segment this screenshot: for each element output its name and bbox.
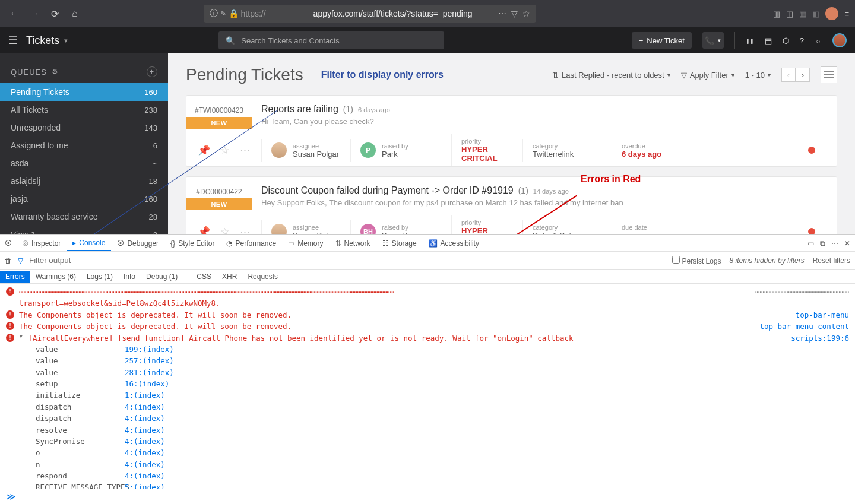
page-range[interactable]: 1 - 10 ▾ bbox=[745, 71, 771, 80]
sidebar-item[interactable]: Pending Tickets160 bbox=[0, 83, 168, 101]
theme-icon[interactable]: ☼ bbox=[815, 36, 822, 45]
console-filter-input[interactable] bbox=[29, 256, 160, 265]
devtools-tab-network[interactable]: ⇅Network bbox=[330, 235, 376, 251]
pin-icon[interactable]: 📌 bbox=[198, 144, 210, 157]
call-button[interactable]: 📞 ▾ bbox=[702, 32, 724, 49]
stack-loc[interactable]: 4:(index) bbox=[125, 413, 165, 424]
education-icon[interactable]: ⬡ bbox=[783, 36, 789, 45]
devtools-tab-style-editor[interactable]: {}Style Editor bbox=[164, 235, 220, 251]
devtools-tab-debugger[interactable]: ⦿Debugger bbox=[111, 235, 164, 251]
extension-icon[interactable]: ◧ bbox=[812, 9, 819, 18]
devtools-tab-accessibility[interactable]: ♿Accessibility bbox=[423, 235, 485, 251]
stack-name: value bbox=[36, 355, 125, 366]
ticket-card[interactable]: #TWI00000423NEW Reports are failing (1) … bbox=[186, 95, 837, 167]
search-input[interactable]: 🔍 Search Tickets and Contacts bbox=[218, 31, 444, 49]
shield-icon[interactable]: ▽ bbox=[511, 9, 518, 18]
devtools-tab-inspector[interactable]: ⦾Inspector bbox=[17, 235, 66, 251]
sidebar-item-label: All Tickets bbox=[11, 105, 48, 115]
home-button[interactable]: ⌂ bbox=[66, 5, 83, 22]
ticket-id: #TWI00000423 bbox=[186, 104, 252, 117]
stack-loc[interactable]: 4:(index) bbox=[125, 424, 165, 436]
responsive-icon[interactable]: ▭ bbox=[808, 239, 814, 248]
ticket-title[interactable]: Reports are failing (1) 6 days ago bbox=[261, 104, 827, 115]
new-ticket-button[interactable]: + New Ticket bbox=[632, 32, 692, 49]
user-avatar[interactable] bbox=[832, 33, 847, 47]
plus-icon: + bbox=[639, 36, 644, 45]
bookmark-icon[interactable]: ☆ bbox=[522, 9, 530, 18]
devtools-tab-memory[interactable]: ▭Memory bbox=[282, 235, 329, 251]
funnel-icon[interactable]: ▽ bbox=[18, 256, 23, 265]
sidebar-icon[interactable]: ◫ bbox=[786, 9, 793, 18]
profile-avatar[interactable] bbox=[825, 7, 838, 20]
grid-icon[interactable]: ▦ bbox=[799, 9, 806, 18]
map-icon[interactable]: ⫿⫿ bbox=[746, 36, 754, 45]
devtools-panel: ⦿ ⦾Inspector▸Console⦿Debugger{}Style Edi… bbox=[0, 234, 855, 504]
console-cat[interactable]: XHR bbox=[217, 271, 242, 283]
doc-icon[interactable]: ▤ bbox=[765, 36, 772, 45]
stack-name: value bbox=[36, 367, 125, 378]
console-cat[interactable]: Warnings (6) bbox=[30, 271, 81, 283]
gear-icon[interactable]: ⚙ bbox=[52, 68, 59, 76]
log-source[interactable]: ⋯⋯⋯⋯⋯⋯⋯⋯⋯⋯⋯⋯⋯⋯⋯⋯⋯⋯⋯⋯⋯ bbox=[755, 286, 849, 297]
more-icon[interactable]: ⋯ bbox=[240, 144, 250, 157]
close-icon[interactable]: ✕ bbox=[844, 239, 850, 248]
module-title[interactable]: Tickets ▾ bbox=[26, 34, 68, 47]
sidebar-item-label: asda bbox=[11, 159, 28, 168]
stack-loc[interactable]: 1:(index) bbox=[125, 389, 165, 401]
stack-loc[interactable]: 4:(index) bbox=[125, 447, 165, 458]
trash-icon[interactable]: 🗑 bbox=[5, 256, 12, 265]
expand-icon[interactable]: ▶ bbox=[17, 335, 25, 338]
stack-loc[interactable]: 4:(index) bbox=[125, 436, 165, 447]
dock-icon[interactable]: ⧉ bbox=[820, 239, 825, 248]
add-queue-button[interactable]: + bbox=[147, 66, 157, 77]
library-icon[interactable]: ▥ bbox=[773, 9, 780, 18]
reload-button[interactable]: ⟳ bbox=[46, 5, 63, 22]
devtools-tab-storage[interactable]: ☷Storage bbox=[376, 235, 423, 251]
more-icon[interactable]: ⋯ bbox=[498, 9, 506, 18]
help-icon[interactable]: ? bbox=[800, 36, 804, 45]
console-cat[interactable]: Info bbox=[118, 271, 141, 283]
sidebar-item[interactable]: Unresponded143 bbox=[0, 119, 168, 137]
sidebar-item[interactable]: All Tickets238 bbox=[0, 101, 168, 119]
log-source[interactable]: top-bar-menu bbox=[796, 310, 849, 319]
console-cat[interactable]: CSS bbox=[191, 271, 217, 283]
sidebar-item[interactable]: Warranty based service28 bbox=[0, 208, 168, 226]
persist-logs-checkbox[interactable]: Persist Logs bbox=[672, 256, 721, 265]
sidebar-item[interactable]: Assigned to me6 bbox=[0, 137, 168, 154]
url-bar[interactable]: ⓘ ✎ 🔒 https:// appyfox.com/staff/tickets… bbox=[204, 5, 536, 23]
sort-control[interactable]: ⇅ Last Replied - recent to oldest ▾ bbox=[552, 71, 670, 80]
next-page-button[interactable]: › bbox=[796, 68, 810, 82]
forward-button[interactable]: → bbox=[26, 5, 43, 22]
devtools-tab-console[interactable]: ▸Console bbox=[66, 235, 111, 251]
stack-loc[interactable]: 4:(index) bbox=[125, 401, 165, 413]
console-cat[interactable]: Debug (1) bbox=[141, 271, 183, 283]
devtools-tab-performance[interactable]: ◔Performance bbox=[220, 235, 282, 251]
sidebar-item-count: 160 bbox=[144, 88, 157, 97]
sidebar-item[interactable]: aslajdslj18 bbox=[0, 172, 168, 190]
sidebar-item[interactable]: asda~ bbox=[0, 154, 168, 172]
reset-filters-button[interactable]: Reset filters bbox=[813, 256, 850, 265]
stack-loc[interactable]: 199:(index) bbox=[125, 344, 174, 355]
sidebar-toggle-icon[interactable]: ☰ bbox=[8, 34, 18, 47]
log-source[interactable]: scripts:199:6 bbox=[791, 334, 849, 343]
picker-icon[interactable]: ⦿ bbox=[5, 239, 12, 248]
filter-control[interactable]: ▽ Apply Filter ▾ bbox=[681, 71, 734, 80]
prev-page-button[interactable]: ‹ bbox=[781, 68, 796, 82]
console-cat[interactable]: Logs (1) bbox=[81, 271, 118, 283]
filter-label: Apply Filter bbox=[690, 71, 729, 80]
stack-loc[interactable]: 4:(index) bbox=[125, 470, 165, 481]
stack-loc[interactable]: 4:(index) bbox=[125, 459, 165, 470]
stack-loc[interactable]: 281:(index) bbox=[125, 367, 174, 378]
menu-icon[interactable]: ≡ bbox=[844, 9, 849, 18]
sidebar-item[interactable]: jasja160 bbox=[0, 190, 168, 208]
stack-loc[interactable]: 16:(index) bbox=[125, 378, 169, 389]
console-prompt[interactable]: ≫ bbox=[0, 489, 855, 504]
log-source[interactable]: top-bar-menu-content bbox=[759, 322, 849, 331]
stack-loc[interactable]: 257:(index) bbox=[125, 355, 174, 366]
more-icon[interactable]: ⋯ bbox=[831, 239, 838, 248]
ticket-title[interactable]: Discount Coupon failed during Payment ->… bbox=[261, 185, 827, 196]
console-cat[interactable]: Requests bbox=[242, 271, 283, 283]
view-mode-button[interactable] bbox=[821, 66, 837, 83]
console-cat[interactable]: Errors bbox=[0, 271, 30, 283]
back-button[interactable]: ← bbox=[6, 5, 23, 22]
